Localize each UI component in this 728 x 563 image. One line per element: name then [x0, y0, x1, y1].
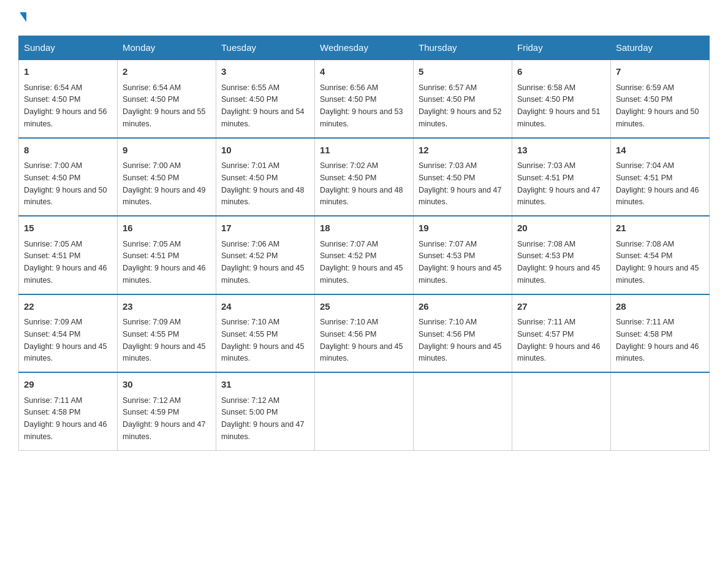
day-number: 27	[517, 300, 605, 314]
calendar-cell: 31Sunrise: 7:12 AMSunset: 5:00 PMDayligh…	[216, 372, 315, 450]
daylight-info: Daylight: 9 hours and 45 minutes.	[517, 264, 601, 285]
day-number: 11	[320, 144, 408, 158]
daylight-info: Daylight: 9 hours and 56 minutes.	[24, 107, 107, 128]
sunrise-info: Sunrise: 7:05 AM	[123, 240, 181, 248]
day-number: 25	[320, 300, 408, 314]
calendar-cell	[414, 372, 512, 450]
day-number: 18	[320, 221, 408, 236]
day-number: 4	[320, 65, 408, 79]
sunset-info: Sunset: 4:50 PM	[221, 95, 278, 104]
daylight-info: Daylight: 9 hours and 46 minutes.	[517, 342, 601, 363]
day-number: 2	[123, 65, 211, 79]
calendar-cell: 9Sunrise: 7:00 AMSunset: 4:50 PMDaylight…	[118, 138, 216, 216]
calendar-cell: 7Sunrise: 6:59 AMSunset: 4:50 PMDaylight…	[611, 59, 710, 138]
calendar-cell: 27Sunrise: 7:11 AMSunset: 4:57 PMDayligh…	[512, 294, 611, 373]
day-number: 14	[616, 144, 704, 158]
daylight-info: Daylight: 9 hours and 45 minutes.	[123, 342, 206, 363]
week-row-3: 15Sunrise: 7:05 AMSunset: 4:51 PMDayligh…	[19, 216, 710, 294]
week-row-5: 29Sunrise: 7:11 AMSunset: 4:58 PMDayligh…	[19, 372, 710, 450]
day-number: 16	[123, 221, 211, 236]
daylight-info: Daylight: 9 hours and 45 minutes.	[320, 264, 403, 285]
calendar-cell: 5Sunrise: 6:57 AMSunset: 4:50 PMDaylight…	[414, 59, 512, 138]
calendar-cell: 26Sunrise: 7:10 AMSunset: 4:56 PMDayligh…	[414, 294, 512, 373]
sunrise-info: Sunrise: 7:05 AM	[24, 240, 82, 248]
calendar-cell: 23Sunrise: 7:09 AMSunset: 4:55 PMDayligh…	[118, 294, 216, 373]
calendar-cell: 29Sunrise: 7:11 AMSunset: 4:58 PMDayligh…	[19, 372, 118, 450]
day-number: 9	[123, 144, 211, 158]
page-header	[18, 12, 710, 23]
sunset-info: Sunset: 4:53 PM	[419, 251, 475, 260]
weekday-header-saturday: Saturday	[611, 36, 710, 60]
calendar-cell: 3Sunrise: 6:55 AMSunset: 4:50 PMDaylight…	[216, 59, 315, 138]
daylight-info: Daylight: 9 hours and 54 minutes.	[221, 107, 305, 128]
daylight-info: Daylight: 9 hours and 47 minutes.	[517, 186, 601, 207]
daylight-info: Daylight: 9 hours and 48 minutes.	[320, 186, 403, 207]
weekday-header-thursday: Thursday	[414, 36, 512, 60]
calendar-cell: 6Sunrise: 6:58 AMSunset: 4:50 PMDaylight…	[512, 59, 611, 138]
week-row-1: 1Sunrise: 6:54 AMSunset: 4:50 PMDaylight…	[19, 59, 710, 138]
calendar-cell: 1Sunrise: 6:54 AMSunset: 4:50 PMDaylight…	[19, 59, 118, 138]
sunset-info: Sunset: 4:56 PM	[419, 330, 475, 339]
sunrise-info: Sunrise: 6:54 AM	[24, 83, 82, 92]
logo	[18, 12, 26, 23]
sunrise-info: Sunrise: 7:07 AM	[320, 240, 378, 248]
sunset-info: Sunset: 4:53 PM	[517, 251, 574, 260]
daylight-info: Daylight: 9 hours and 47 minutes.	[419, 186, 502, 207]
sunrise-info: Sunrise: 7:04 AM	[616, 161, 674, 170]
day-number: 20	[517, 221, 605, 236]
day-number: 15	[24, 221, 112, 236]
sunset-info: Sunset: 4:56 PM	[320, 330, 376, 339]
sunrise-info: Sunrise: 7:00 AM	[24, 161, 82, 170]
week-row-2: 8Sunrise: 7:00 AMSunset: 4:50 PMDaylight…	[19, 138, 710, 216]
calendar-cell: 22Sunrise: 7:09 AMSunset: 4:54 PMDayligh…	[19, 294, 118, 373]
calendar-cell: 25Sunrise: 7:10 AMSunset: 4:56 PMDayligh…	[315, 294, 414, 373]
day-number: 30	[123, 378, 211, 392]
sunrise-info: Sunrise: 6:55 AM	[221, 83, 279, 92]
day-number: 13	[517, 144, 605, 158]
sunset-info: Sunset: 5:00 PM	[221, 408, 278, 416]
day-number: 28	[616, 300, 704, 314]
calendar-cell: 8Sunrise: 7:00 AMSunset: 4:50 PMDaylight…	[19, 138, 118, 216]
calendar-cell	[315, 372, 414, 450]
daylight-info: Daylight: 9 hours and 50 minutes.	[24, 186, 107, 207]
daylight-info: Daylight: 9 hours and 45 minutes.	[320, 342, 403, 363]
sunrise-info: Sunrise: 7:12 AM	[221, 396, 279, 405]
calendar-table: SundayMondayTuesdayWednesdayThursdayFrid…	[18, 36, 710, 451]
sunrise-info: Sunrise: 7:09 AM	[123, 318, 181, 326]
logo-text-block	[18, 12, 26, 23]
sunset-info: Sunset: 4:50 PM	[24, 174, 80, 182]
week-row-4: 22Sunrise: 7:09 AMSunset: 4:54 PMDayligh…	[19, 294, 710, 373]
weekday-header-monday: Monday	[118, 36, 216, 60]
day-number: 21	[616, 221, 704, 236]
daylight-info: Daylight: 9 hours and 45 minutes.	[24, 342, 107, 363]
sunrise-info: Sunrise: 7:01 AM	[221, 161, 279, 170]
sunset-info: Sunset: 4:51 PM	[123, 251, 179, 260]
sunrise-info: Sunrise: 7:08 AM	[616, 240, 674, 248]
calendar-header: SundayMondayTuesdayWednesdayThursdayFrid…	[19, 36, 710, 60]
sunrise-info: Sunrise: 6:54 AM	[123, 83, 181, 92]
day-number: 31	[221, 378, 309, 392]
sunset-info: Sunset: 4:50 PM	[616, 95, 672, 104]
sunrise-info: Sunrise: 6:56 AM	[320, 83, 378, 92]
sunset-info: Sunset: 4:50 PM	[419, 174, 475, 182]
daylight-info: Daylight: 9 hours and 46 minutes.	[24, 420, 107, 441]
sunset-info: Sunset: 4:54 PM	[24, 330, 80, 339]
sunrise-info: Sunrise: 7:10 AM	[320, 318, 378, 326]
daylight-info: Daylight: 9 hours and 46 minutes.	[616, 342, 699, 363]
day-number: 29	[24, 378, 112, 392]
calendar-cell: 20Sunrise: 7:08 AMSunset: 4:53 PMDayligh…	[512, 216, 611, 294]
sunrise-info: Sunrise: 7:10 AM	[221, 318, 279, 326]
logo-triangle-icon	[20, 12, 26, 22]
calendar-cell: 12Sunrise: 7:03 AMSunset: 4:50 PMDayligh…	[414, 138, 512, 216]
sunrise-info: Sunrise: 6:57 AM	[419, 83, 477, 92]
daylight-info: Daylight: 9 hours and 51 minutes.	[517, 107, 601, 128]
day-number: 8	[24, 144, 112, 158]
sunrise-info: Sunrise: 7:11 AM	[24, 396, 82, 405]
daylight-info: Daylight: 9 hours and 46 minutes.	[616, 186, 699, 207]
daylight-info: Daylight: 9 hours and 47 minutes.	[123, 420, 206, 441]
day-number: 26	[419, 300, 507, 314]
calendar-cell	[611, 372, 710, 450]
daylight-info: Daylight: 9 hours and 49 minutes.	[123, 186, 206, 207]
sunset-info: Sunset: 4:58 PM	[616, 330, 672, 339]
daylight-info: Daylight: 9 hours and 47 minutes.	[221, 420, 305, 441]
